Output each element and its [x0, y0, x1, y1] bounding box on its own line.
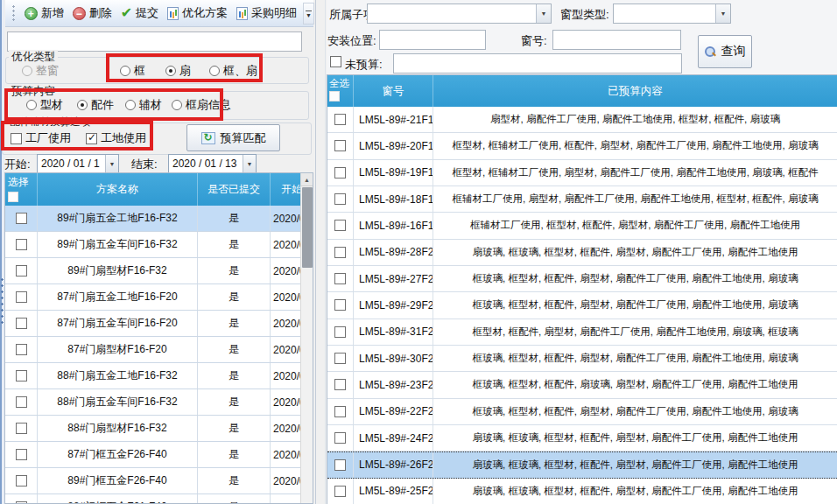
table-row[interactable]: LM5L-89#-24F22扇玻璃, 框玻璃, 框型材, 框配件, 扇型材, 扇… [327, 425, 837, 452]
select-all-checkbox[interactable] [8, 192, 18, 202]
row-checkbox[interactable] [334, 432, 346, 444]
chevron-down-icon[interactable]: ▼ [243, 155, 256, 172]
row-checkbox[interactable] [334, 353, 346, 364]
row-checkbox[interactable] [334, 273, 346, 284]
table-row[interactable]: LM5L-89#-18F16框辅材工厂使用, 扇型材, 扇配件工厂使用, 扇配件… [327, 186, 837, 213]
row-checkbox[interactable] [334, 326, 346, 338]
table-row[interactable]: 87#门框五金F26-F40是2020/0 [5, 442, 313, 468]
row-checkbox[interactable] [16, 344, 27, 355]
radio-button[interactable] [209, 66, 220, 76]
no-budget-input[interactable] [393, 53, 682, 74]
radio-button[interactable] [172, 100, 182, 110]
table-row[interactable]: LM5L-89#-23F21框玻璃, 框型材, 框配件, 扇玻璃, 扇型材, 扇… [327, 372, 837, 398]
table-row[interactable]: 87#门扇五金车间F16-F20是2020/0 [5, 311, 313, 337]
budget-content-option[interactable]: 框扇信息 [172, 97, 231, 113]
row-checkbox[interactable] [334, 220, 346, 231]
table-row[interactable]: 89#门扇五金车间F16-F32是2020/0 [5, 232, 313, 258]
table-row[interactable]: LM5L-89#-21F19扇型材, 扇配件工厂使用, 扇配件工地使用, 框型材… [327, 107, 837, 133]
query-button[interactable]: 查询 [698, 35, 752, 68]
panel-splitter[interactable] [315, 0, 316, 504]
table-row[interactable]: 88#门扇五金工地F16-F32是2020/0 [5, 363, 313, 389]
purchase-detail-button[interactable]: 采购明细 ▼ [232, 3, 313, 24]
table-row[interactable]: LM5L-89#-26F24扇玻璃, 框玻璃, 框型材, 框配件, 扇型材, 扇… [327, 452, 837, 478]
chevron-down-icon[interactable]: ▼ [536, 4, 551, 23]
row-checkbox[interactable] [334, 167, 346, 178]
budget-content-option[interactable]: 配件 [77, 97, 114, 113]
row-checkbox[interactable] [334, 114, 346, 125]
chevron-down-icon[interactable]: ▼ [715, 4, 730, 23]
start-date-picker[interactable]: 2020 / 01 / 1 ▼ [37, 154, 119, 173]
radio-button[interactable] [125, 100, 136, 110]
table-row[interactable]: LM5L-89#-25F23扇玻璃, 框玻璃, 框型材, 框配件, 扇型材, 扇… [327, 479, 837, 504]
table-row[interactable]: LM5L-89#-19F17框型材, 框辅材工厂使用, 扇型材, 扇配件工厂使用… [327, 160, 837, 186]
row-checkbox[interactable] [334, 406, 346, 417]
no-budget-checkbox[interactable] [330, 56, 341, 67]
budget-match-button[interactable]: 预算匹配 [186, 124, 280, 151]
scrollbar-thumb[interactable] [302, 187, 313, 268]
radio-button[interactable] [165, 66, 176, 76]
row-checkbox[interactable] [16, 475, 27, 486]
table-row[interactable]: LM5L-89#-30F28框玻璃, 框型材, 框配件, 扇型材, 扇配件工厂使… [327, 346, 837, 372]
sub-item-combo[interactable]: ▼ [367, 4, 552, 24]
toolbar-overflow-button[interactable]: ▼ [303, 3, 314, 24]
table-row[interactable]: LM5L-89#-20F18框型材, 框辅材工厂使用, 框配件, 扇型材, 扇配… [327, 133, 837, 159]
install-position-input[interactable] [379, 30, 486, 50]
table-row[interactable]: 88#门扇型材F16-F32是2020/0 [5, 416, 313, 442]
row-checkbox[interactable] [16, 213, 27, 224]
row-checkbox[interactable] [334, 193, 346, 205]
optimize-type-option[interactable]: 框、扇 [209, 63, 257, 79]
optimize-type-option[interactable]: 扇 [165, 63, 191, 79]
table-row[interactable]: 88#门框五金F21-F40是2020/0 [5, 494, 313, 504]
table-row[interactable]: 89#门扇五金工地F16-F32是2020/0 [5, 206, 313, 232]
row-checkbox[interactable] [16, 396, 27, 408]
vertical-scrollbar[interactable]: ▲ [300, 173, 313, 503]
table-row[interactable]: LM5L-89#-27F25框玻璃, 框型材, 框配件, 扇型材, 扇配件工厂使… [327, 266, 837, 292]
optimize-type-option[interactable]: 框 [120, 63, 145, 79]
usage-option[interactable]: 工厂使用 [11, 130, 71, 146]
optimize-plan-button[interactable]: 优化方案 [163, 3, 232, 24]
row-checkbox[interactable] [16, 265, 27, 276]
checkbox[interactable] [11, 133, 22, 144]
budget-content-option[interactable]: 辅材 [125, 97, 162, 113]
row-checkbox[interactable] [334, 247, 346, 258]
row-checkbox[interactable] [334, 140, 346, 151]
row-checkbox[interactable] [334, 379, 346, 390]
row-checkbox[interactable] [334, 459, 346, 471]
plan-search-input[interactable] [7, 32, 302, 52]
row-checkbox[interactable] [16, 318, 27, 329]
table-row[interactable]: 89#门框五金F26-F40是2020/0 [5, 468, 313, 494]
table-row[interactable]: LM5L-89#-22F20框玻璃, 框型材, 框配件, 扇型材, 扇配件工厂使… [327, 399, 837, 425]
submit-button[interactable]: ✔ 提交 [116, 3, 163, 24]
radio-button[interactable] [120, 66, 130, 76]
optimize-type-option[interactable]: 整窗 [22, 63, 59, 79]
add-button[interactable]: + 新增 [20, 3, 68, 24]
select-all-checkbox[interactable] [329, 91, 340, 102]
splitter-grip[interactable] [1, 276, 4, 326]
row-checkbox[interactable] [334, 299, 346, 311]
table-row[interactable]: LM5L-89#-28F26扇玻璃, 框玻璃, 框型材, 框配件, 扇型材, 扇… [327, 240, 837, 266]
row-checkbox[interactable] [16, 370, 27, 382]
usage-option[interactable]: 工地使用 [86, 130, 146, 146]
table-row[interactable]: LM5L-89#-31F29框型材, 框配件, 扇型材, 扇配件工厂使用, 扇配… [327, 319, 837, 346]
end-date-picker[interactable]: 2020 / 01 / 13 ▼ [168, 154, 257, 173]
row-checkbox[interactable] [334, 486, 346, 497]
row-checkbox[interactable] [16, 291, 27, 303]
checkbox[interactable] [86, 133, 97, 144]
row-checkbox[interactable] [16, 423, 27, 434]
table-row[interactable]: 87#门扇型材F16-F20是2020/0 [5, 337, 313, 363]
table-row[interactable]: 89#门扇型材F16-F32是2020/0 [5, 258, 313, 284]
delete-button[interactable]: − 删除 [68, 3, 116, 24]
window-type-combo[interactable]: ▼ [613, 4, 731, 24]
table-row[interactable]: LM5L-89#-29F27框玻璃, 框型材, 框配件, 扇型材, 扇配件工厂使… [327, 292, 837, 318]
budget-content-option[interactable]: 型材 [26, 97, 63, 113]
radio-button[interactable] [77, 100, 88, 110]
chevron-down-icon[interactable]: ▼ [105, 155, 118, 172]
scroll-up-icon[interactable]: ▲ [301, 173, 313, 186]
row-checkbox[interactable] [16, 449, 27, 460]
row-checkbox[interactable] [16, 239, 27, 250]
table-row[interactable]: 87#门扇五金工地F16-F20是2020/0 [5, 284, 313, 311]
table-row[interactable]: 88#门扇五金车间F16-F32是2020/0 [5, 389, 313, 416]
table-row[interactable]: LM5L-89#-16F15框辅材工厂使用, 框型材, 框配件, 扇型材, 扇配… [327, 213, 837, 239]
window-no-input[interactable] [552, 30, 681, 50]
radio-button[interactable] [26, 100, 37, 110]
